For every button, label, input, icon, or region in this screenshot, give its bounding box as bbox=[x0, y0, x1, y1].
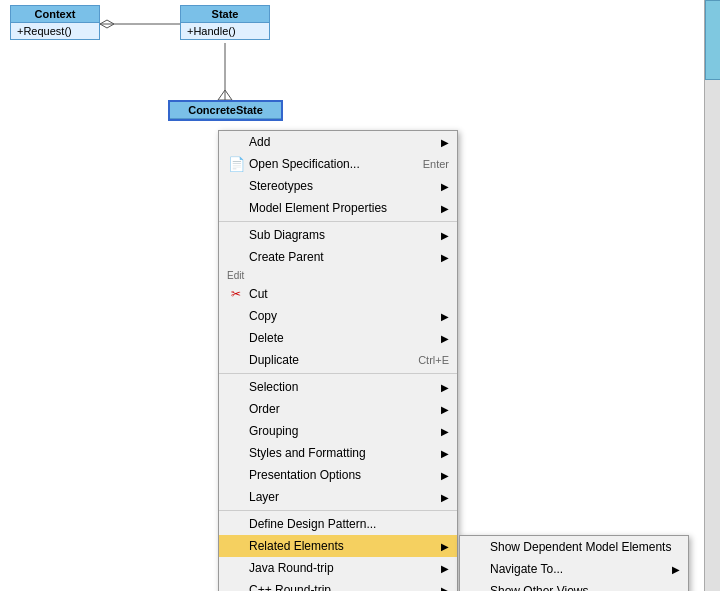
menu-item-grouping[interactable]: Grouping ▶ bbox=[219, 420, 457, 442]
related-elements-icon bbox=[227, 538, 245, 554]
show-dependent-icon bbox=[468, 539, 486, 555]
scrollbar[interactable] bbox=[704, 0, 720, 591]
uml-class-state-body: +Handle() bbox=[181, 23, 269, 39]
menu-item-order[interactable]: Order ▶ bbox=[219, 398, 457, 420]
order-icon bbox=[227, 401, 245, 417]
uml-class-state: State +Handle() bbox=[180, 5, 270, 40]
uml-class-state-title: State bbox=[181, 6, 269, 23]
uml-class-context: Context +Request() bbox=[10, 5, 100, 40]
edit-section-label: Edit bbox=[219, 268, 457, 283]
define-design-icon bbox=[227, 516, 245, 532]
model-props-icon bbox=[227, 200, 245, 216]
uml-class-concretestate-title: ConcreteState bbox=[170, 102, 281, 119]
menu-item-define-design[interactable]: Define Design Pattern... bbox=[219, 513, 457, 535]
cpp-roundtrip-icon bbox=[227, 582, 245, 591]
related-elements-submenu: Show Dependent Model Elements Navigate T… bbox=[459, 535, 689, 591]
menu-item-copy[interactable]: Copy ▶ bbox=[219, 305, 457, 327]
separator-2 bbox=[219, 373, 457, 374]
menu-item-delete[interactable]: Delete ▶ bbox=[219, 327, 457, 349]
menu-item-duplicate[interactable]: Duplicate Ctrl+E bbox=[219, 349, 457, 371]
copy-icon bbox=[227, 308, 245, 324]
menu-item-presentation-options[interactable]: Presentation Options ▶ bbox=[219, 464, 457, 486]
layer-icon bbox=[227, 489, 245, 505]
menu-item-java-roundtrip[interactable]: Java Round-trip ▶ bbox=[219, 557, 457, 579]
diagram-area: Context +Request() State +Handle() Concr… bbox=[0, 0, 720, 591]
uml-class-context-title: Context bbox=[11, 6, 99, 23]
selection-icon bbox=[227, 379, 245, 395]
java-roundtrip-icon bbox=[227, 560, 245, 576]
grouping-icon bbox=[227, 423, 245, 439]
menu-item-related-elements[interactable]: Related Elements ▶ Show Dependent Model … bbox=[219, 535, 457, 557]
open-spec-icon: 📄 bbox=[227, 156, 245, 172]
submenu-navigate-to[interactable]: Navigate To... ▶ bbox=[460, 558, 688, 580]
menu-item-create-parent[interactable]: Create Parent ▶ bbox=[219, 246, 457, 268]
menu-item-cpp-roundtrip[interactable]: C++ Round-trip ▶ bbox=[219, 579, 457, 591]
show-views-icon bbox=[468, 583, 486, 591]
scrollbar-thumb[interactable] bbox=[705, 0, 720, 80]
menu-item-model-props[interactable]: Model Element Properties ▶ bbox=[219, 197, 457, 219]
add-icon bbox=[227, 134, 245, 150]
menu-item-stereotypes[interactable]: Stereotypes ▶ bbox=[219, 175, 457, 197]
svg-marker-3 bbox=[218, 90, 232, 100]
cut-icon: ✂ bbox=[227, 286, 245, 302]
separator-1 bbox=[219, 221, 457, 222]
styles-icon bbox=[227, 445, 245, 461]
menu-item-add[interactable]: Add ▶ bbox=[219, 131, 457, 153]
delete-icon bbox=[227, 330, 245, 346]
separator-3 bbox=[219, 510, 457, 511]
submenu-show-dependent[interactable]: Show Dependent Model Elements bbox=[460, 536, 688, 558]
menu-item-sub-diagrams[interactable]: Sub Diagrams ▶ bbox=[219, 224, 457, 246]
duplicate-icon bbox=[227, 352, 245, 368]
sub-diagrams-icon bbox=[227, 227, 245, 243]
menu-item-cut[interactable]: ✂ Cut bbox=[219, 283, 457, 305]
navigate-to-icon bbox=[468, 561, 486, 577]
uml-class-context-body: +Request() bbox=[11, 23, 99, 39]
stereotypes-icon bbox=[227, 178, 245, 194]
menu-item-selection[interactable]: Selection ▶ bbox=[219, 376, 457, 398]
menu-item-open-spec[interactable]: 📄 Open Specification... Enter bbox=[219, 153, 457, 175]
menu-item-styles-formatting[interactable]: Styles and Formatting ▶ bbox=[219, 442, 457, 464]
presentation-icon bbox=[227, 467, 245, 483]
uml-class-concretestate: ConcreteState bbox=[168, 100, 283, 121]
context-menu: Add ▶ 📄 Open Specification... Enter Ster… bbox=[218, 130, 458, 591]
menu-item-layer[interactable]: Layer ▶ bbox=[219, 486, 457, 508]
create-parent-icon bbox=[227, 249, 245, 265]
submenu-show-other-views[interactable]: Show Other Views... bbox=[460, 580, 688, 591]
svg-marker-1 bbox=[100, 20, 114, 28]
